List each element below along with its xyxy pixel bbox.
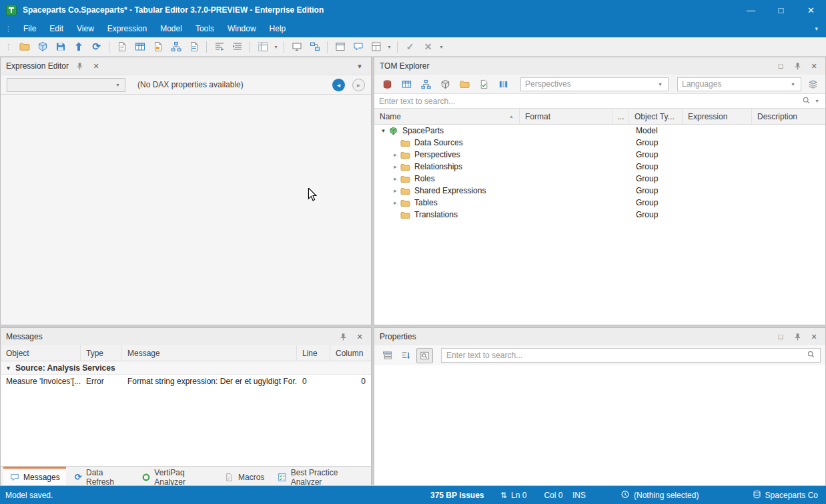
- tree-row-data-sources[interactable]: Data Sources Group: [374, 137, 825, 149]
- column-header-column[interactable]: Column: [330, 345, 371, 361]
- pin-icon[interactable]: [791, 60, 803, 72]
- maximize-panel-icon[interactable]: □: [775, 60, 787, 72]
- message-row[interactable]: Measure 'Invoices'[... Error Format stri…: [1, 375, 371, 387]
- menu-help[interactable]: Help: [263, 21, 293, 37]
- search-icon[interactable]: [807, 350, 815, 361]
- expand-icon[interactable]: ▸: [391, 199, 400, 206]
- column-header-line[interactable]: Line: [297, 345, 330, 361]
- pin-icon[interactable]: [791, 331, 803, 343]
- tree-row-spaceparts[interactable]: ▾SpaceParts Model: [374, 125, 825, 137]
- perspectives-combobox[interactable]: Perspectives ▾: [520, 77, 669, 91]
- new-calculation-item-icon[interactable]: [149, 39, 166, 55]
- tom-search-input[interactable]: [379, 97, 799, 106]
- close-button[interactable]: ✕: [796, 0, 826, 20]
- search-options-dropdown-icon[interactable]: ▾: [813, 98, 821, 104]
- close-panel-icon[interactable]: ✕: [354, 331, 366, 343]
- show-hierarchies-icon[interactable]: [418, 77, 434, 92]
- model-cube-icon[interactable]: [34, 39, 51, 55]
- menu-expression[interactable]: Expression: [101, 21, 153, 37]
- menu-edit[interactable]: Edit: [43, 21, 70, 37]
- save-icon[interactable]: [52, 39, 69, 55]
- new-measure-icon[interactable]: [113, 39, 130, 55]
- open-model-icon[interactable]: [16, 39, 33, 55]
- cancel-edit-icon[interactable]: ✕: [420, 39, 436, 55]
- column-header-format[interactable]: Format: [520, 109, 613, 124]
- show-scripts-icon[interactable]: [476, 77, 492, 92]
- tree-row-translations[interactable]: Translations Group: [374, 209, 825, 221]
- show-data-sources-icon[interactable]: [379, 77, 395, 92]
- column-header-dots[interactable]: ...: [613, 109, 629, 124]
- format-dax-icon[interactable]: [211, 39, 228, 55]
- categorized-view-icon[interactable]: [379, 348, 396, 363]
- pivot-grid-dropdown-icon[interactable]: ▾: [272, 44, 280, 50]
- messages-group-row[interactable]: ▾ Source: Analysis Services: [1, 361, 371, 375]
- maximize-button[interactable]: □: [766, 0, 796, 20]
- save-layout-icon[interactable]: [368, 39, 384, 55]
- column-header-object-type[interactable]: Object Ty...: [629, 109, 683, 124]
- window-icon[interactable]: [332, 39, 348, 55]
- group-collapse-icon[interactable]: ▾: [4, 365, 13, 371]
- pin-icon[interactable]: [73, 60, 85, 72]
- tree-row-roles[interactable]: ▸Roles Group: [374, 173, 825, 185]
- column-header-description[interactable]: Description: [752, 109, 825, 124]
- tree-row-relationships[interactable]: ▸Relationships Group: [374, 161, 825, 173]
- show-perspectives-icon[interactable]: [437, 77, 453, 92]
- minimize-button[interactable]: —: [736, 0, 766, 20]
- navigate-forward-button[interactable]: ▸: [352, 79, 365, 91]
- menu-window[interactable]: Window: [221, 21, 263, 37]
- expand-icon[interactable]: ▸: [391, 175, 400, 182]
- format-dax-long-lines-icon[interactable]: [229, 39, 246, 55]
- menu-model[interactable]: Model: [153, 21, 189, 37]
- expression-editor-canvas[interactable]: [1, 95, 371, 325]
- languages-combobox[interactable]: Languages ▾: [677, 77, 801, 91]
- new-partition-icon[interactable]: [185, 39, 202, 55]
- menu-file[interactable]: File: [17, 21, 43, 37]
- toolbar-grip[interactable]: ⋮: [2, 43, 15, 51]
- deploy-icon[interactable]: [70, 39, 87, 55]
- column-header-type[interactable]: Type: [81, 345, 122, 361]
- close-panel-icon[interactable]: ✕: [808, 331, 820, 343]
- tree-row-perspectives[interactable]: ▸Perspectives Group: [374, 149, 825, 161]
- bp-issues-button[interactable]: 375 BP issues: [430, 491, 484, 500]
- tree-row-shared-expressions[interactable]: ▸Shared Expressions Group: [374, 185, 825, 197]
- maximize-panel-icon[interactable]: □: [775, 331, 787, 343]
- expand-icon[interactable]: ▸: [391, 151, 400, 158]
- diagram-icon[interactable]: [306, 39, 323, 55]
- column-header-name[interactable]: Name▲: [374, 109, 520, 124]
- tab-data-refresh[interactable]: ⟳ Data Refresh: [67, 467, 134, 485]
- accept-edit-icon[interactable]: ✓: [402, 39, 418, 55]
- layout-dropdown-icon[interactable]: ▾: [386, 44, 393, 50]
- comment-icon[interactable]: [350, 39, 366, 55]
- preview-data-icon[interactable]: [288, 39, 305, 55]
- menu-view[interactable]: View: [70, 21, 101, 37]
- show-columns-icon[interactable]: [495, 77, 511, 92]
- pivot-grid-icon[interactable]: [254, 39, 271, 55]
- menubar-overflow-chevron-icon[interactable]: ▾: [807, 25, 826, 32]
- column-header-expression[interactable]: Expression: [683, 109, 752, 124]
- show-folders-icon[interactable]: [456, 77, 472, 92]
- search-panel-toggle-icon[interactable]: [416, 348, 433, 363]
- panel-menu-chevron-icon[interactable]: ▾: [354, 60, 366, 72]
- new-hierarchy-icon[interactable]: [167, 39, 184, 55]
- refresh-icon[interactable]: ⟳: [88, 39, 105, 55]
- edit-dropdown-icon[interactable]: ▾: [438, 44, 445, 50]
- tab-macros[interactable]: Macros: [218, 467, 270, 485]
- column-header-object[interactable]: Object: [1, 345, 81, 361]
- navigate-back-button[interactable]: ◂: [332, 79, 345, 91]
- menubar-grip[interactable]: ⋮: [0, 25, 17, 33]
- show-tables-icon[interactable]: [398, 77, 414, 92]
- column-header-message[interactable]: Message: [122, 345, 297, 361]
- new-table-icon[interactable]: [131, 39, 148, 55]
- search-icon[interactable]: [802, 96, 811, 107]
- alphabetical-sort-icon[interactable]: [398, 348, 414, 363]
- dax-property-combobox[interactable]: ▾: [7, 78, 125, 92]
- expand-icon[interactable]: ▸: [391, 163, 400, 170]
- close-panel-icon[interactable]: ✕: [90, 60, 102, 72]
- properties-search-input[interactable]: [446, 351, 804, 360]
- pin-icon[interactable]: [337, 331, 349, 343]
- tab-messages[interactable]: Messages: [3, 467, 66, 485]
- connection-indicator[interactable]: Spaceparts Co: [753, 489, 818, 501]
- close-panel-icon[interactable]: ✕: [808, 60, 820, 72]
- tab-best-practice-analyzer[interactable]: Best Practice Analyzer: [272, 467, 368, 485]
- collapse-icon[interactable]: ▾: [379, 127, 388, 134]
